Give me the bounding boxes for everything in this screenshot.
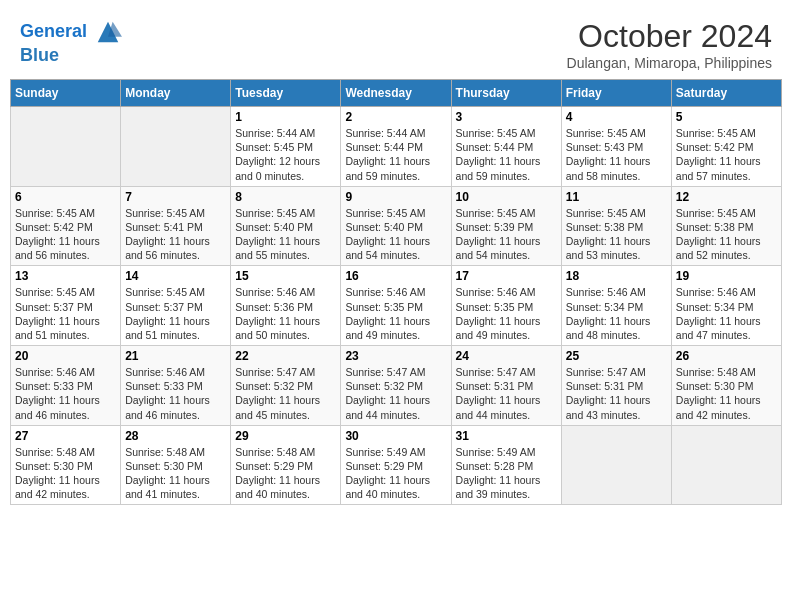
calendar-day-cell: 17Sunrise: 5:46 AMSunset: 5:35 PMDayligh…	[451, 266, 561, 346]
calendar-day-cell: 7Sunrise: 5:45 AMSunset: 5:41 PMDaylight…	[121, 186, 231, 266]
day-info: Sunrise: 5:45 AMSunset: 5:43 PMDaylight:…	[566, 126, 667, 183]
day-number: 7	[125, 190, 226, 204]
calendar-week-row: 20Sunrise: 5:46 AMSunset: 5:33 PMDayligh…	[11, 346, 782, 426]
logo: General Blue	[20, 18, 122, 66]
day-number: 3	[456, 110, 557, 124]
day-number: 8	[235, 190, 336, 204]
calendar-day-cell: 29Sunrise: 5:48 AMSunset: 5:29 PMDayligh…	[231, 425, 341, 505]
day-info: Sunrise: 5:44 AMSunset: 5:44 PMDaylight:…	[345, 126, 446, 183]
calendar-day-cell: 9Sunrise: 5:45 AMSunset: 5:40 PMDaylight…	[341, 186, 451, 266]
calendar-day-cell: 13Sunrise: 5:45 AMSunset: 5:37 PMDayligh…	[11, 266, 121, 346]
calendar-day-cell: 3Sunrise: 5:45 AMSunset: 5:44 PMDaylight…	[451, 107, 561, 187]
calendar-week-row: 6Sunrise: 5:45 AMSunset: 5:42 PMDaylight…	[11, 186, 782, 266]
day-number: 26	[676, 349, 777, 363]
day-number: 29	[235, 429, 336, 443]
page-header: General Blue October 2024 Dulangan, Mima…	[10, 10, 782, 75]
calendar-day-cell: 16Sunrise: 5:46 AMSunset: 5:35 PMDayligh…	[341, 266, 451, 346]
calendar-weekday-header: Wednesday	[341, 80, 451, 107]
calendar-day-cell: 5Sunrise: 5:45 AMSunset: 5:42 PMDaylight…	[671, 107, 781, 187]
day-info: Sunrise: 5:45 AMSunset: 5:42 PMDaylight:…	[676, 126, 777, 183]
title-block: October 2024 Dulangan, Mimaropa, Philipp…	[567, 18, 772, 71]
calendar-day-cell: 31Sunrise: 5:49 AMSunset: 5:28 PMDayligh…	[451, 425, 561, 505]
calendar-weekday-header: Thursday	[451, 80, 561, 107]
calendar-day-cell: 28Sunrise: 5:48 AMSunset: 5:30 PMDayligh…	[121, 425, 231, 505]
day-info: Sunrise: 5:46 AMSunset: 5:34 PMDaylight:…	[676, 285, 777, 342]
day-number: 16	[345, 269, 446, 283]
calendar-day-cell: 30Sunrise: 5:49 AMSunset: 5:29 PMDayligh…	[341, 425, 451, 505]
logo-blue-text: Blue	[20, 46, 122, 66]
day-number: 5	[676, 110, 777, 124]
calendar-weekday-header: Saturday	[671, 80, 781, 107]
calendar-day-cell: 2Sunrise: 5:44 AMSunset: 5:44 PMDaylight…	[341, 107, 451, 187]
day-info: Sunrise: 5:47 AMSunset: 5:32 PMDaylight:…	[345, 365, 446, 422]
calendar-week-row: 13Sunrise: 5:45 AMSunset: 5:37 PMDayligh…	[11, 266, 782, 346]
calendar-day-cell	[11, 107, 121, 187]
calendar-day-cell: 26Sunrise: 5:48 AMSunset: 5:30 PMDayligh…	[671, 346, 781, 426]
day-info: Sunrise: 5:45 AMSunset: 5:41 PMDaylight:…	[125, 206, 226, 263]
day-info: Sunrise: 5:44 AMSunset: 5:45 PMDaylight:…	[235, 126, 336, 183]
day-number: 4	[566, 110, 667, 124]
calendar-day-cell: 11Sunrise: 5:45 AMSunset: 5:38 PMDayligh…	[561, 186, 671, 266]
day-number: 18	[566, 269, 667, 283]
calendar-day-cell: 4Sunrise: 5:45 AMSunset: 5:43 PMDaylight…	[561, 107, 671, 187]
day-info: Sunrise: 5:46 AMSunset: 5:36 PMDaylight:…	[235, 285, 336, 342]
calendar-day-cell: 15Sunrise: 5:46 AMSunset: 5:36 PMDayligh…	[231, 266, 341, 346]
day-number: 14	[125, 269, 226, 283]
day-number: 23	[345, 349, 446, 363]
day-info: Sunrise: 5:45 AMSunset: 5:37 PMDaylight:…	[15, 285, 116, 342]
calendar-day-cell: 6Sunrise: 5:45 AMSunset: 5:42 PMDaylight…	[11, 186, 121, 266]
day-number: 1	[235, 110, 336, 124]
day-info: Sunrise: 5:46 AMSunset: 5:33 PMDaylight:…	[15, 365, 116, 422]
logo-icon	[94, 18, 122, 46]
calendar-weekday-header: Tuesday	[231, 80, 341, 107]
calendar-table: SundayMondayTuesdayWednesdayThursdayFrid…	[10, 79, 782, 505]
day-info: Sunrise: 5:45 AMSunset: 5:40 PMDaylight:…	[235, 206, 336, 263]
day-number: 6	[15, 190, 116, 204]
calendar-day-cell	[121, 107, 231, 187]
day-number: 24	[456, 349, 557, 363]
calendar-day-cell: 1Sunrise: 5:44 AMSunset: 5:45 PMDaylight…	[231, 107, 341, 187]
day-info: Sunrise: 5:47 AMSunset: 5:31 PMDaylight:…	[456, 365, 557, 422]
calendar-day-cell: 19Sunrise: 5:46 AMSunset: 5:34 PMDayligh…	[671, 266, 781, 346]
calendar-weekday-header: Monday	[121, 80, 231, 107]
day-number: 20	[15, 349, 116, 363]
day-number: 11	[566, 190, 667, 204]
calendar-day-cell: 23Sunrise: 5:47 AMSunset: 5:32 PMDayligh…	[341, 346, 451, 426]
calendar-day-cell: 21Sunrise: 5:46 AMSunset: 5:33 PMDayligh…	[121, 346, 231, 426]
day-number: 31	[456, 429, 557, 443]
day-info: Sunrise: 5:49 AMSunset: 5:28 PMDaylight:…	[456, 445, 557, 502]
day-number: 22	[235, 349, 336, 363]
logo-text: General	[20, 18, 122, 46]
location-subtitle: Dulangan, Mimaropa, Philippines	[567, 55, 772, 71]
calendar-day-cell: 18Sunrise: 5:46 AMSunset: 5:34 PMDayligh…	[561, 266, 671, 346]
month-title: October 2024	[567, 18, 772, 55]
day-number: 12	[676, 190, 777, 204]
day-info: Sunrise: 5:48 AMSunset: 5:30 PMDaylight:…	[15, 445, 116, 502]
day-info: Sunrise: 5:45 AMSunset: 5:44 PMDaylight:…	[456, 126, 557, 183]
calendar-day-cell: 8Sunrise: 5:45 AMSunset: 5:40 PMDaylight…	[231, 186, 341, 266]
day-info: Sunrise: 5:48 AMSunset: 5:30 PMDaylight:…	[125, 445, 226, 502]
calendar-day-cell: 25Sunrise: 5:47 AMSunset: 5:31 PMDayligh…	[561, 346, 671, 426]
day-info: Sunrise: 5:45 AMSunset: 5:38 PMDaylight:…	[566, 206, 667, 263]
calendar-weekday-header: Sunday	[11, 80, 121, 107]
day-number: 25	[566, 349, 667, 363]
day-info: Sunrise: 5:45 AMSunset: 5:42 PMDaylight:…	[15, 206, 116, 263]
day-info: Sunrise: 5:45 AMSunset: 5:37 PMDaylight:…	[125, 285, 226, 342]
day-number: 13	[15, 269, 116, 283]
day-number: 21	[125, 349, 226, 363]
day-info: Sunrise: 5:46 AMSunset: 5:35 PMDaylight:…	[345, 285, 446, 342]
calendar-weekday-header: Friday	[561, 80, 671, 107]
day-number: 9	[345, 190, 446, 204]
day-info: Sunrise: 5:45 AMSunset: 5:39 PMDaylight:…	[456, 206, 557, 263]
day-info: Sunrise: 5:47 AMSunset: 5:31 PMDaylight:…	[566, 365, 667, 422]
day-info: Sunrise: 5:45 AMSunset: 5:38 PMDaylight:…	[676, 206, 777, 263]
day-info: Sunrise: 5:46 AMSunset: 5:33 PMDaylight:…	[125, 365, 226, 422]
day-info: Sunrise: 5:47 AMSunset: 5:32 PMDaylight:…	[235, 365, 336, 422]
day-info: Sunrise: 5:46 AMSunset: 5:34 PMDaylight:…	[566, 285, 667, 342]
day-info: Sunrise: 5:45 AMSunset: 5:40 PMDaylight:…	[345, 206, 446, 263]
calendar-week-row: 1Sunrise: 5:44 AMSunset: 5:45 PMDaylight…	[11, 107, 782, 187]
day-number: 15	[235, 269, 336, 283]
calendar-header-row: SundayMondayTuesdayWednesdayThursdayFrid…	[11, 80, 782, 107]
calendar-day-cell	[561, 425, 671, 505]
day-number: 19	[676, 269, 777, 283]
